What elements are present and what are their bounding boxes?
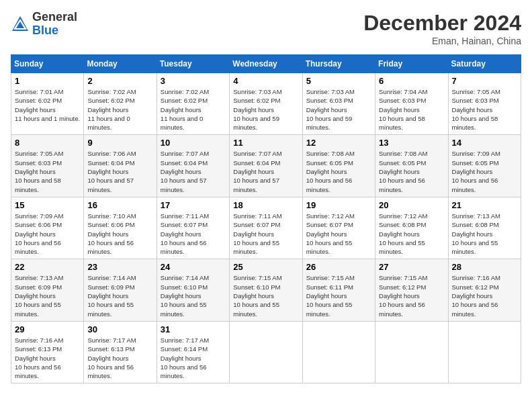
day-info: Sunrise: 7:14 AM Sunset: 6:10 PM Dayligh… [161,273,226,318]
header-thursday: Thursday [302,55,375,73]
day-info: Sunrise: 7:04 AM Sunset: 6:03 PM Dayligh… [379,87,444,132]
day-info: Sunrise: 7:07 AM Sunset: 6:04 PM Dayligh… [233,149,298,193]
calendar-cell: 31 Sunrise: 7:17 AM Sunset: 6:14 PM Dayl… [157,321,229,383]
header-wednesday: Wednesday [230,55,302,73]
logo-general-text: General [32,11,77,24]
calendar-cell: 16 Sunrise: 7:10 AM Sunset: 6:06 PM Dayl… [84,197,157,259]
calendar-cell: 18 Sunrise: 7:11 AM Sunset: 6:07 PM Dayl… [230,197,302,259]
logo-blue-text: Blue [32,24,77,38]
day-info: Sunrise: 7:09 AM Sunset: 6:06 PM Dayligh… [15,212,80,256]
day-number: 4 [233,76,298,86]
day-info: Sunrise: 7:17 AM Sunset: 6:14 PM Dayligh… [161,336,226,380]
header-tuesday: Tuesday [157,55,229,73]
day-number: 9 [87,138,152,148]
day-info: Sunrise: 7:11 AM Sunset: 6:07 PM Dayligh… [161,212,226,256]
calendar-cell: 9 Sunrise: 7:06 AM Sunset: 6:04 PM Dayli… [84,135,157,197]
calendar-cell: 26 Sunrise: 7:15 AM Sunset: 6:11 PM Dayl… [302,259,375,321]
day-info: Sunrise: 7:15 AM Sunset: 6:10 PM Dayligh… [233,273,298,318]
day-number: 20 [379,200,444,210]
day-number: 16 [87,200,152,210]
calendar-cell: 23 Sunrise: 7:14 AM Sunset: 6:09 PM Dayl… [84,259,157,321]
calendar-week-row: 1 Sunrise: 7:01 AM Sunset: 6:02 PM Dayli… [11,73,521,135]
calendar-cell: 1 Sunrise: 7:01 AM Sunset: 6:02 PM Dayli… [11,73,84,135]
day-number: 5 [306,76,371,86]
day-number: 30 [87,324,152,334]
calendar-cell: 11 Sunrise: 7:07 AM Sunset: 6:04 PM Dayl… [230,135,302,197]
day-number: 27 [379,262,444,272]
day-info: Sunrise: 7:17 AM Sunset: 6:13 PM Dayligh… [87,336,152,380]
day-info: Sunrise: 7:09 AM Sunset: 6:05 PM Dayligh… [452,149,517,193]
day-info: Sunrise: 7:13 AM Sunset: 6:09 PM Dayligh… [15,273,80,318]
day-info: Sunrise: 7:15 AM Sunset: 6:11 PM Dayligh… [306,273,371,318]
day-number: 7 [452,76,517,86]
day-info: Sunrise: 7:06 AM Sunset: 6:04 PM Dayligh… [87,149,152,193]
header-monday: Monday [84,55,157,73]
day-info: Sunrise: 7:12 AM Sunset: 6:07 PM Dayligh… [306,212,371,256]
calendar-cell: 21 Sunrise: 7:13 AM Sunset: 6:08 PM Dayl… [448,197,521,259]
day-info: Sunrise: 7:02 AM Sunset: 6:02 PM Dayligh… [87,87,152,132]
calendar-cell: 15 Sunrise: 7:09 AM Sunset: 6:06 PM Dayl… [11,197,84,259]
day-info: Sunrise: 7:03 AM Sunset: 6:02 PM Dayligh… [233,87,298,132]
day-info: Sunrise: 7:13 AM Sunset: 6:08 PM Dayligh… [452,212,517,256]
logo-text: General Blue [32,11,77,38]
day-info: Sunrise: 7:11 AM Sunset: 6:07 PM Dayligh… [233,212,298,256]
calendar-cell: 22 Sunrise: 7:13 AM Sunset: 6:09 PM Dayl… [11,259,84,321]
calendar-cell: 28 Sunrise: 7:16 AM Sunset: 6:12 PM Dayl… [448,259,521,321]
day-info: Sunrise: 7:16 AM Sunset: 6:12 PM Dayligh… [452,273,517,318]
logo: General Blue [11,11,77,38]
day-info: Sunrise: 7:01 AM Sunset: 6:02 PM Dayligh… [15,87,80,123]
day-info: Sunrise: 7:07 AM Sunset: 6:04 PM Dayligh… [161,149,226,193]
calendar-header-row: Sunday Monday Tuesday Wednesday Thursday… [11,55,521,73]
calendar-cell [375,321,448,383]
day-info: Sunrise: 7:05 AM Sunset: 6:03 PM Dayligh… [452,87,517,132]
calendar-cell [448,321,521,383]
calendar-cell: 10 Sunrise: 7:07 AM Sunset: 6:04 PM Dayl… [157,135,229,197]
day-number: 18 [233,200,298,210]
day-info: Sunrise: 7:12 AM Sunset: 6:08 PM Dayligh… [379,212,444,256]
calendar-cell: 12 Sunrise: 7:08 AM Sunset: 6:05 PM Dayl… [302,135,375,197]
header-friday: Friday [375,55,448,73]
calendar-cell: 29 Sunrise: 7:16 AM Sunset: 6:13 PM Dayl… [11,321,84,383]
location: Eman, Hainan, China [363,36,521,46]
day-number: 21 [452,200,517,210]
day-info: Sunrise: 7:10 AM Sunset: 6:06 PM Dayligh… [87,212,152,256]
calendar-cell: 20 Sunrise: 7:12 AM Sunset: 6:08 PM Dayl… [375,197,448,259]
day-number: 6 [379,76,444,86]
day-number: 22 [15,262,80,272]
day-info: Sunrise: 7:15 AM Sunset: 6:12 PM Dayligh… [379,273,444,318]
day-number: 24 [161,262,226,272]
calendar-cell: 6 Sunrise: 7:04 AM Sunset: 6:03 PM Dayli… [375,73,448,135]
day-number: 13 [379,138,444,148]
calendar-cell: 17 Sunrise: 7:11 AM Sunset: 6:07 PM Dayl… [157,197,229,259]
day-number: 17 [161,200,226,210]
calendar-cell: 3 Sunrise: 7:02 AM Sunset: 6:02 PM Dayli… [157,73,229,135]
day-info: Sunrise: 7:05 AM Sunset: 6:03 PM Dayligh… [15,149,80,193]
calendar-table: Sunday Monday Tuesday Wednesday Thursday… [11,54,521,383]
day-number: 23 [87,262,152,272]
calendar-week-row: 29 Sunrise: 7:16 AM Sunset: 6:13 PM Dayl… [11,321,521,383]
day-number: 2 [87,76,152,86]
day-number: 1 [15,76,80,86]
calendar-week-row: 22 Sunrise: 7:13 AM Sunset: 6:09 PM Dayl… [11,259,521,321]
title-block: December 2024 Eman, Hainan, China [363,11,521,46]
calendar-week-row: 8 Sunrise: 7:05 AM Sunset: 6:03 PM Dayli… [11,135,521,197]
calendar-cell: 8 Sunrise: 7:05 AM Sunset: 6:03 PM Dayli… [11,135,84,197]
calendar-cell: 14 Sunrise: 7:09 AM Sunset: 6:05 PM Dayl… [448,135,521,197]
day-info: Sunrise: 7:03 AM Sunset: 6:03 PM Dayligh… [306,87,371,132]
day-info: Sunrise: 7:02 AM Sunset: 6:02 PM Dayligh… [161,87,226,132]
month-title: December 2024 [363,11,521,36]
calendar-cell: 2 Sunrise: 7:02 AM Sunset: 6:02 PM Dayli… [84,73,157,135]
day-info: Sunrise: 7:16 AM Sunset: 6:13 PM Dayligh… [15,336,80,380]
calendar-cell: 27 Sunrise: 7:15 AM Sunset: 6:12 PM Dayl… [375,259,448,321]
calendar-cell: 24 Sunrise: 7:14 AM Sunset: 6:10 PM Dayl… [157,259,229,321]
calendar-cell: 19 Sunrise: 7:12 AM Sunset: 6:07 PM Dayl… [302,197,375,259]
day-info: Sunrise: 7:14 AM Sunset: 6:09 PM Dayligh… [87,273,152,318]
calendar-cell: 4 Sunrise: 7:03 AM Sunset: 6:02 PM Dayli… [230,73,302,135]
day-info: Sunrise: 7:08 AM Sunset: 6:05 PM Dayligh… [379,149,444,193]
day-number: 15 [15,200,80,210]
day-number: 12 [306,138,371,148]
day-info: Sunrise: 7:08 AM Sunset: 6:05 PM Dayligh… [306,149,371,193]
header-saturday: Saturday [448,55,521,73]
day-number: 14 [452,138,517,148]
calendar-cell: 25 Sunrise: 7:15 AM Sunset: 6:10 PM Dayl… [230,259,302,321]
